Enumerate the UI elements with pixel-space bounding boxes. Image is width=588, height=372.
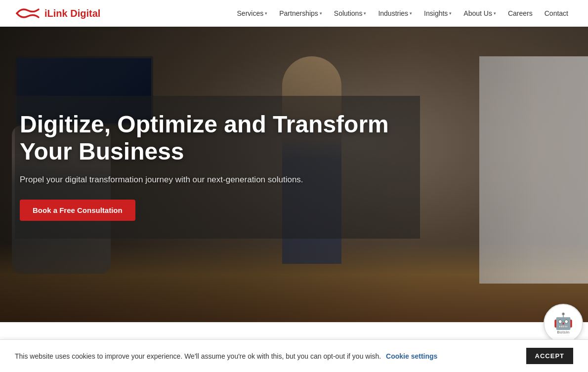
chevron-icon: ▾ [494, 11, 496, 16]
logo[interactable]: iLink Digital [15, 5, 100, 21]
nav-item-about[interactable]: About Us▾ [459, 6, 501, 20]
nav-item-industries[interactable]: Industries▾ [373, 6, 417, 20]
nav-item-contact[interactable]: Contact [540, 6, 573, 20]
robot-icon: 🤖 [553, 313, 573, 329]
cookie-message: This website uses cookies to improve you… [15, 352, 518, 360]
cookie-banner: This website uses cookies to improve you… [0, 339, 588, 372]
logo-icon [15, 5, 41, 21]
cookie-accept-button[interactable]: ACCEPT [526, 348, 573, 364]
chevron-icon: ▾ [364, 11, 366, 16]
nav-menu: Services▾ Partnerships▾ Solutions▾ Indus… [232, 6, 573, 20]
chevron-icon: ▾ [449, 11, 452, 16]
hero-subtitle: Propel your digital transformation journ… [20, 175, 400, 185]
cookie-settings-link[interactable]: Cookie settings [386, 352, 437, 360]
navbar: iLink Digital Services▾ Partnerships▾ So… [0, 0, 588, 27]
hero-title: Digitize, Optimize and Transform Your Bu… [20, 111, 400, 165]
nav-item-solutions[interactable]: Solutions▾ [329, 6, 372, 20]
robot-label: Botsln [557, 330, 569, 334]
chevron-icon: ▾ [320, 11, 322, 16]
chevron-icon: ▾ [265, 11, 267, 16]
chevron-icon: ▾ [410, 11, 412, 16]
robot-chat-widget[interactable]: 🤖 Botsln [544, 304, 583, 343]
nav-item-insights[interactable]: Insights▾ [419, 6, 457, 20]
hero-content: Digitize, Optimize and Transform Your Bu… [15, 96, 420, 239]
nav-item-careers[interactable]: Careers [503, 6, 538, 20]
cta-button[interactable]: Book a Free Consultation [20, 200, 135, 221]
hero-section: Digitize, Optimize and Transform Your Bu… [0, 27, 588, 322]
nav-item-services[interactable]: Services▾ [232, 6, 273, 20]
nav-item-partnerships[interactable]: Partnerships▾ [274, 6, 327, 20]
logo-text: iLink Digital [44, 8, 100, 19]
